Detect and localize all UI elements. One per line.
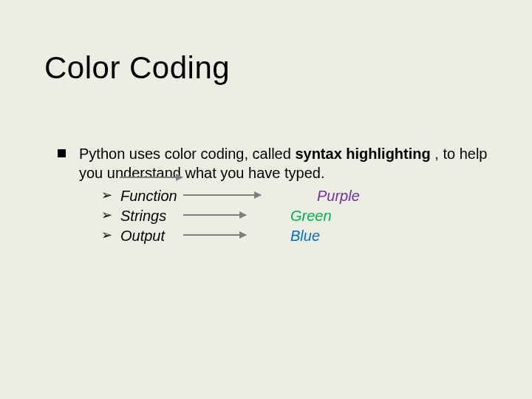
color-name: Green: [290, 206, 332, 225]
arrow-icon: [183, 234, 246, 236]
list-item: ➢ Function Purple: [101, 185, 488, 205]
arrow-cell: [194, 205, 290, 225]
chevron-right-icon: ➢: [101, 227, 120, 244]
arrow-icon: [120, 177, 183, 178]
list-item: ➢ Strings Green: [101, 205, 488, 225]
arrow-cell: [194, 185, 290, 205]
intro-part1: Python uses color coding, called: [79, 146, 295, 162]
sublist: ➢ Function Purple ➢ Strings Green: [101, 185, 488, 245]
list-item: ➢ Output Blue: [101, 225, 488, 245]
bullet-row: Python uses color coding, called syntax …: [58, 144, 488, 245]
square-bullet-icon: [58, 149, 66, 157]
color-name: Blue: [290, 226, 320, 245]
chevron-right-icon: ➢: [101, 187, 120, 204]
intro-bold: syntax highlighting: [295, 146, 434, 162]
arrow-icon: [183, 194, 261, 196]
color-name: Purple: [290, 186, 360, 205]
slide-title: Color Coding: [44, 50, 230, 86]
slide-body: Python uses color coding, called syntax …: [58, 144, 488, 245]
chevron-right-icon: ➢: [101, 207, 120, 224]
arrow-icon: [183, 214, 246, 216]
slide: Color Coding Python uses color coding, c…: [0, 0, 532, 399]
main-text: Python uses color coding, called syntax …: [79, 144, 488, 245]
arrow-cell: [194, 225, 290, 245]
